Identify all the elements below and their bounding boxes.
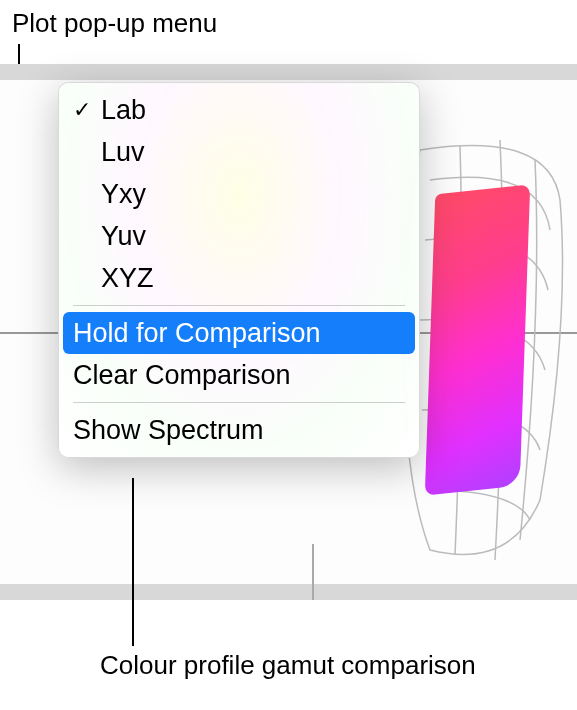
menu-item-hold-comparison[interactable]: Hold for Comparison: [63, 312, 415, 354]
menu-item-label: Show Spectrum: [73, 415, 264, 446]
menu-item-label: Lab: [101, 95, 146, 126]
plot-popup-menu[interactable]: ✓ Lab Luv Yxy Yuv XYZ Hold for Compariso…: [58, 82, 420, 458]
menu-item-show-spectrum[interactable]: Show Spectrum: [59, 409, 419, 451]
menu-divider: [73, 402, 405, 403]
callout-line: [132, 478, 134, 646]
gamut-color-volume: [425, 184, 530, 495]
annotation-gamut-comparison: Colour profile gamut comparison: [100, 650, 476, 681]
menu-divider: [73, 305, 405, 306]
menu-item-label: Luv: [101, 137, 145, 168]
menu-item-yxy[interactable]: Yxy: [59, 173, 419, 215]
menu-item-label: Clear Comparison: [73, 360, 291, 391]
menu-item-lab[interactable]: ✓ Lab: [59, 89, 419, 131]
annotation-plot-menu: Plot pop-up menu: [12, 8, 217, 39]
axis-vertical: [312, 544, 314, 600]
menu-item-label: XYZ: [101, 263, 154, 294]
menu-item-clear-comparison[interactable]: Clear Comparison: [59, 354, 419, 396]
menu-item-yuv[interactable]: Yuv: [59, 215, 419, 257]
menu-item-label: Yuv: [101, 221, 146, 252]
checkmark-icon: ✓: [73, 97, 101, 123]
menu-item-xyz[interactable]: XYZ: [59, 257, 419, 299]
menu-item-label: Yxy: [101, 179, 146, 210]
menu-item-label: Hold for Comparison: [73, 318, 321, 349]
menu-item-luv[interactable]: Luv: [59, 131, 419, 173]
